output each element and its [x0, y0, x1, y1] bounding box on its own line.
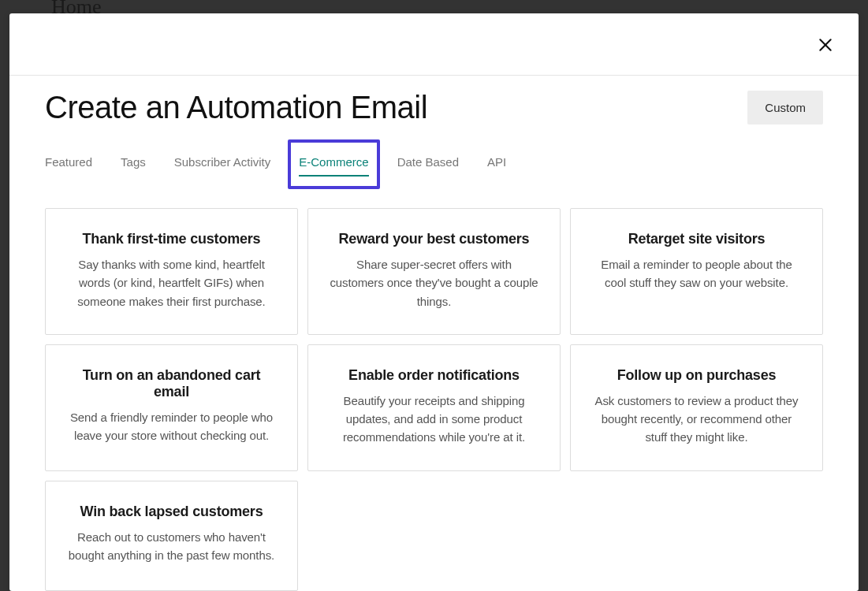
card-title: Retarget site visitors [591, 231, 802, 247]
card-desc: Ask customers to review a product they b… [591, 392, 802, 447]
card-title: Win back lapsed customers [66, 504, 277, 520]
card-desc: Reach out to customers who haven't bough… [66, 528, 277, 565]
card-title: Enable order notifications [329, 367, 539, 384]
tab-date-based[interactable]: Date Based [397, 155, 459, 175]
tabs-wrapper: Featured Tags Subscriber Activity E-Comm… [45, 155, 823, 175]
card-desc: Say thanks with some kind, heartfelt wor… [66, 255, 277, 310]
close-button[interactable] [816, 35, 835, 54]
card-retarget[interactable]: Retarget site visitors Email a reminder … [570, 208, 823, 335]
card-abandoned-cart[interactable]: Turn on an abandoned cart email Send a f… [45, 344, 298, 471]
card-reward-best[interactable]: Reward your best customers Share super-s… [307, 208, 561, 335]
modal-body: Create an Automation Email Custom Featur… [9, 76, 859, 591]
card-title: Turn on an abandoned cart email [66, 367, 277, 400]
tabs: Featured Tags Subscriber Activity E-Comm… [45, 155, 823, 175]
tab-featured[interactable]: Featured [45, 155, 92, 175]
card-thank-first-time[interactable]: Thank first-time customers Say thanks wi… [45, 208, 298, 335]
tab-tags[interactable]: Tags [121, 155, 146, 175]
card-desc: Email a reminder to people about the coo… [591, 255, 802, 292]
tab-ecommerce[interactable]: E-Commerce [299, 155, 368, 175]
card-follow-up[interactable]: Follow up on purchases Ask customers to … [570, 344, 823, 471]
cards-grid: Thank first-time customers Say thanks wi… [45, 208, 823, 591]
card-order-notifications[interactable]: Enable order notifications Beautify your… [307, 344, 561, 471]
card-win-back[interactable]: Win back lapsed customers Reach out to c… [45, 481, 298, 591]
card-desc: Send a friendly reminder to people who l… [66, 408, 277, 445]
card-title: Reward your best customers [329, 231, 539, 247]
card-desc: Share super-secret offers with customers… [329, 255, 539, 310]
page-title: Create an Automation Email [45, 90, 427, 125]
card-title: Thank first-time customers [66, 231, 277, 247]
card-desc: Beautify your receipts and shipping upda… [329, 392, 539, 447]
tab-subscriber-activity[interactable]: Subscriber Activity [174, 155, 271, 175]
modal-topbar [9, 13, 859, 76]
custom-button[interactable]: Custom [747, 91, 823, 125]
modal-header-row: Create an Automation Email Custom [45, 76, 823, 125]
automation-modal: Create an Automation Email Custom Featur… [9, 13, 859, 591]
card-title: Follow up on purchases [591, 367, 802, 384]
tab-api[interactable]: API [487, 155, 506, 175]
close-icon [818, 37, 833, 53]
